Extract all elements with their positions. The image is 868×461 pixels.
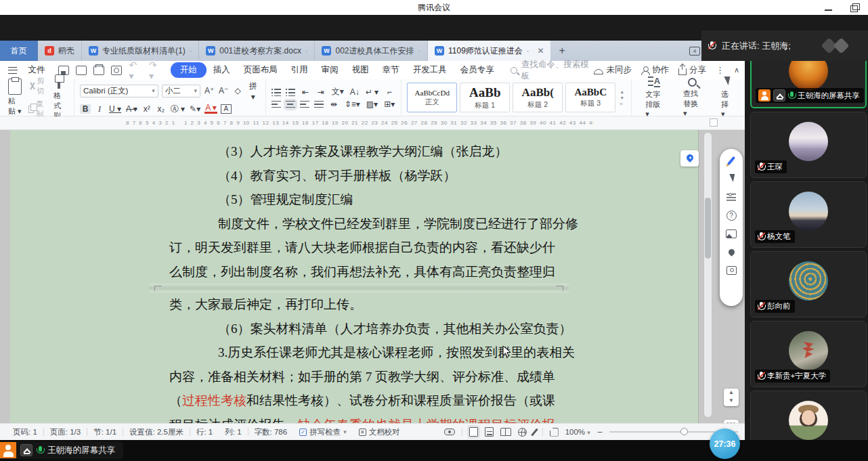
menu-insert[interactable]: 插入 [207, 63, 237, 77]
line-spacing-icon[interactable]: ⇕≡▾ [344, 100, 361, 109]
decrease-indent-icon[interactable]: ⇤ [300, 87, 311, 97]
show-marks-icon[interactable]: ↵ ▾ [365, 87, 379, 97]
image-icon[interactable] [725, 227, 737, 240]
menu-start[interactable]: 开始 [171, 62, 207, 78]
read-mode-icon[interactable] [500, 428, 511, 436]
outline-view-icon[interactable] [485, 427, 494, 437]
ruler-corner-icon[interactable] [710, 118, 718, 127]
participant-tile[interactable]: 王琛 [750, 112, 867, 178]
undo-icon[interactable]: ↶ ▾ [129, 60, 144, 81]
menu-page-layout[interactable]: 页面布局 [237, 63, 284, 77]
menu-dev-tools[interactable]: 开发工具 [406, 63, 454, 77]
align-left-icon[interactable] [272, 101, 281, 108]
font-name-select[interactable]: Calibri (正文)▾ [80, 85, 158, 97]
superscript-button[interactable]: x² [142, 104, 152, 114]
participant-tile[interactable]: 杨文笔 [750, 181, 867, 248]
screen-share-pill[interactable]: 王朝海的屏幕共享 [0, 441, 123, 459]
settings-slider-icon[interactable] [725, 191, 737, 203]
page-view-icon[interactable] [469, 427, 478, 437]
grow-font-icon[interactable]: A⁺ [204, 86, 215, 95]
tab-doc-active[interactable]: W 1109师范认证推进会◦ ✕ [428, 41, 550, 61]
tab-doc-3[interactable]: W 002进校具体工作安排◦ [315, 41, 428, 61]
spell-check-button[interactable]: ✓ 拼写检查▾ [293, 427, 353, 437]
menu-view[interactable]: 视图 [345, 63, 376, 77]
styles-scroll-up-icon[interactable]: ▲ [620, 89, 624, 94]
document-text[interactable]: （3）人才培养方案及课程教学大纲汇编（张启龙）（4）教育实习、研习手册样板（杨学… [169, 139, 548, 423]
multiwindow-icon[interactable]: 4 [689, 47, 700, 56]
font-color-button[interactable]: A ▾ [204, 104, 217, 114]
pinyin-guide-icon[interactable]: 拼▾ [246, 81, 260, 102]
subscript-button[interactable]: x₂ [156, 104, 167, 114]
location-icon[interactable] [725, 246, 737, 258]
meeting-timer[interactable]: 27:36 [710, 429, 740, 459]
font-size-select[interactable]: 小二▾ [162, 85, 200, 97]
ruler[interactable]: 8 7 6 5 4 3 2 1 1 2 3 4 5 6 7 8 9 10 11 … [0, 116, 745, 130]
ink-mode-icon[interactable] [531, 428, 538, 436]
bullet-list-icon[interactable] [272, 88, 281, 96]
zoom-slider-knob[interactable] [680, 428, 688, 435]
scrollbar-thumb[interactable] [705, 198, 711, 259]
sort-icon[interactable]: A↓ [349, 87, 360, 97]
bold-button[interactable]: B [80, 104, 91, 114]
participant-tile[interactable]: 彭向前 [750, 251, 867, 317]
collaborate-button[interactable]: 协作 [641, 64, 669, 76]
style-normal[interactable]: AaBbCcDd 正文 [407, 83, 457, 112]
shrink-font-icon[interactable]: A⁻ [218, 86, 229, 95]
increase-indent-icon[interactable]: ⇥ [316, 87, 326, 97]
format-painter-button[interactable]: 格式刷 [51, 74, 68, 121]
align-center-icon[interactable] [286, 101, 295, 108]
hamburger-icon[interactable] [8, 67, 17, 74]
menu-file[interactable]: 文件 [21, 63, 51, 77]
distribute-icon[interactable]: ⇹ [328, 100, 339, 109]
numbered-list-icon[interactable] [286, 88, 295, 96]
page-step-buttons[interactable]: ▲▼ [724, 389, 739, 406]
clear-format-icon[interactable]: ◇ [232, 86, 243, 95]
text-layout-button[interactable]: 文字排版 ▾ [637, 76, 671, 118]
underline-button[interactable]: U ▾ [108, 104, 122, 114]
strikethrough-button[interactable]: A ▾ [125, 104, 138, 114]
more-menu-icon[interactable]: ⋮ [716, 65, 724, 75]
command-search[interactable]: 查找命令、搜索模板 [511, 59, 594, 82]
shading-icon[interactable]: ▨▾ [366, 100, 378, 109]
style-heading1[interactable]: AaBb 标题 1 [460, 83, 510, 112]
tab-doc-1[interactable]: W 专业纸质版材料清单(1)◦ [82, 41, 199, 61]
export-icon[interactable] [76, 66, 87, 75]
document-proof-button[interactable]: ✕ 文档校对 [353, 427, 406, 437]
find-replace-button[interactable]: 查找替换 ▾ [675, 78, 709, 118]
save-icon[interactable] [58, 66, 69, 75]
justify-icon[interactable] [314, 101, 324, 108]
text-effects-icon[interactable]: Ⓐ ▾ [170, 104, 186, 115]
highlight-color-icon[interactable]: ✎▾ [189, 104, 201, 114]
print-icon[interactable] [93, 66, 104, 75]
fit-page-icon[interactable] [550, 428, 559, 437]
minimize-button[interactable] [825, 3, 833, 12]
restore-button[interactable] [850, 3, 859, 12]
sync-status[interactable]: 未同步 [594, 64, 632, 76]
ruler-units-icon[interactable]: ⌐ [384, 87, 395, 97]
location-pin-button[interactable] [680, 150, 699, 167]
help-icon[interactable]: ? [725, 209, 737, 221]
tab-doc-2[interactable]: W 001进校考察方案.docx◦ [199, 41, 315, 61]
select-button[interactable]: 选择 ▾ [713, 76, 739, 118]
style-heading3[interactable]: AaBbC 标题 3 [565, 83, 615, 112]
new-tab-button[interactable]: + [550, 41, 573, 61]
web-layout-icon[interactable] [518, 428, 527, 437]
borders-icon[interactable]: ⊞▾ [383, 100, 395, 109]
redo-icon[interactable]: ↷ ▾ [149, 60, 164, 81]
align-right-icon[interactable] [300, 101, 309, 108]
character-shading-icon[interactable]: A [221, 104, 232, 114]
menu-section[interactable]: 章节 [376, 63, 406, 77]
styles-scroll-down-icon[interactable]: ▼ [620, 95, 624, 100]
styles-expand-icon[interactable]: ≡ [620, 102, 624, 106]
id-card-icon[interactable] [725, 264, 737, 276]
menu-review[interactable]: 审阅 [315, 63, 345, 77]
share-button[interactable]: 分享 [678, 64, 706, 76]
pointer-icon[interactable] [725, 173, 737, 185]
menu-member[interactable]: 会员专享 [454, 63, 501, 77]
zoom-out-icon[interactable]: − [597, 426, 603, 437]
style-heading2[interactable]: AaBb( 标题 2 [513, 83, 563, 112]
eye-protection-icon[interactable] [444, 429, 455, 435]
italic-button[interactable]: I [94, 104, 105, 114]
vertical-scrollbar[interactable] [704, 133, 712, 417]
asian-layout-icon[interactable]: 文▾ [331, 86, 345, 97]
